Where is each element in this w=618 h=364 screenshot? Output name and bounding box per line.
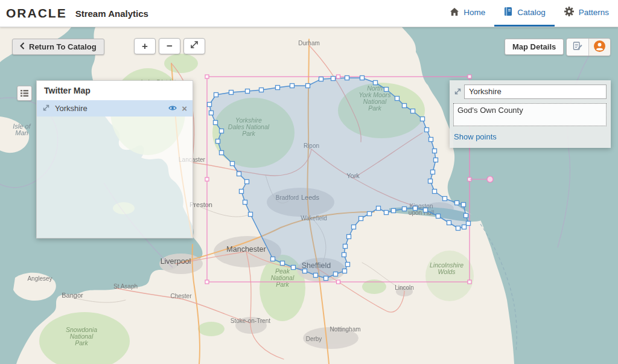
zoom-controls: + −: [134, 38, 205, 54]
polygon-vertex-handle[interactable]: [220, 151, 224, 155]
polygon-vertex-handle[interactable]: [214, 121, 218, 125]
polygon-vertex-handle[interactable]: [281, 261, 285, 266]
polygon-vertex-handle[interactable]: [334, 272, 338, 276]
polygon-vertex-handle[interactable]: [243, 200, 247, 205]
polygon-vertex-handle[interactable]: [359, 217, 363, 221]
polygon-vertex-handle[interactable]: [346, 263, 350, 267]
polygon-vertex-handle[interactable]: [431, 170, 435, 174]
zoom-in-button[interactable]: +: [134, 38, 156, 54]
polygon-vertex-handle[interactable]: [249, 212, 253, 217]
polygon-vertex-handle[interactable]: [352, 225, 356, 229]
polygon-vertex-handle[interactable]: [306, 84, 310, 88]
polygon-vertex-handle[interactable]: [271, 257, 275, 261]
polygon-vertex-handle[interactable]: [237, 172, 241, 176]
polygon-vertex-handle[interactable]: [433, 149, 437, 153]
polygon-vertex-handle[interactable]: [428, 179, 433, 184]
remove-layer-icon[interactable]: ×: [182, 104, 187, 113]
polygon-vertex-handle[interactable]: [447, 221, 451, 225]
polygon-vertex-handle[interactable]: [413, 206, 418, 211]
polygon-vertex-handle[interactable]: [331, 77, 336, 81]
selection-handle[interactable]: [205, 177, 209, 181]
polygon-vertex-handle[interactable]: [231, 162, 235, 166]
selection-handle[interactable]: [337, 280, 340, 284]
shape-description-input[interactable]: God's Own County: [453, 103, 607, 126]
return-to-catalog-button[interactable]: Return To Catalog: [12, 39, 104, 55]
polygon-vertex-handle[interactable]: [403, 207, 407, 211]
polygon-vertex-handle[interactable]: [455, 201, 459, 205]
polygon-vertex-handle[interactable]: [374, 81, 378, 85]
polygon-vertex-handle[interactable]: [303, 269, 307, 273]
visibility-eye-icon[interactable]: [168, 104, 177, 113]
polygon-vertex-handle[interactable]: [246, 89, 250, 94]
polygon-vertex-handle[interactable]: [403, 104, 407, 108]
polygon-vertex-handle[interactable]: [433, 190, 437, 194]
polygon-vertex-handle[interactable]: [434, 158, 438, 162]
polygon-vertex-handle[interactable]: [214, 93, 218, 97]
polygon-vertex-handle[interactable]: [260, 88, 264, 92]
polygon-vertex-handle[interactable]: [342, 253, 346, 257]
list-icon: [21, 88, 28, 99]
user-avatar-button[interactable]: [588, 39, 610, 56]
show-points-link[interactable]: Show points: [454, 132, 497, 141]
nav-patterns[interactable]: Patterns: [555, 0, 618, 27]
polygon-vertex-handle[interactable]: [395, 97, 400, 101]
polygon-vertex-handle[interactable]: [208, 103, 212, 107]
polygon-vertex-handle[interactable]: [384, 88, 389, 92]
polygon-vertex-handle[interactable]: [424, 208, 428, 212]
layer-row-yorkshire[interactable]: Yorkshire ×: [37, 100, 193, 117]
polygon-vertex-handle[interactable]: [314, 273, 318, 278]
polygon-vertex-handle[interactable]: [392, 209, 396, 213]
app-title: Stream Analytics: [75, 8, 148, 19]
polygon-vertex-handle[interactable]: [456, 226, 460, 231]
polygon-vertex-handle[interactable]: [384, 211, 389, 215]
polygon-vertex-handle[interactable]: [377, 206, 381, 211]
nav-home[interactable]: Home: [441, 0, 494, 27]
polygon-vertex-handle[interactable]: [220, 129, 224, 133]
edit-form-button[interactable]: [567, 39, 588, 56]
polygon-vertex-handle[interactable]: [464, 214, 468, 218]
polygon-vertex-handle[interactable]: [467, 222, 471, 226]
polygon-vertex-handle[interactable]: [209, 111, 214, 115]
polygon-vertex-handle[interactable]: [360, 76, 365, 80]
polygon-vertex-handle[interactable]: [290, 84, 295, 88]
polygon-vertex-handle[interactable]: [240, 190, 244, 194]
map-label: Anglesey: [27, 275, 52, 282]
polygon-vertex-handle[interactable]: [345, 76, 349, 80]
zoom-out-button[interactable]: −: [159, 38, 180, 54]
polygon-vertex-handle[interactable]: [343, 269, 347, 273]
polygon-vertex-handle[interactable]: [411, 109, 415, 113]
polygon-vertex-handle[interactable]: [443, 197, 447, 201]
polygon-vertex-handle[interactable]: [368, 212, 372, 216]
polygon-vertex-handle[interactable]: [245, 180, 249, 184]
polygon-vertex-handle[interactable]: [429, 138, 433, 142]
nav-home-label: Home: [464, 8, 485, 17]
shape-name-input[interactable]: Yorkshire: [464, 85, 607, 99]
polygon-vertex-handle[interactable]: [319, 77, 323, 81]
map-area: DurhamNorthYork MoorsNationalParkYorkshi…: [0, 27, 618, 364]
map-label: Bangor: [62, 292, 83, 299]
polygon-vertex-handle[interactable]: [425, 128, 429, 132]
polygon-vertex-handle[interactable]: [291, 266, 296, 270]
polygon-vertex-handle[interactable]: [462, 203, 466, 207]
nav-catalog[interactable]: Catalog: [494, 0, 555, 27]
polygon-vertex-handle[interactable]: [216, 139, 220, 144]
layers-panel-toggle-button[interactable]: [17, 86, 32, 101]
map-label: Chester: [170, 293, 192, 299]
selection-handle[interactable]: [205, 75, 209, 78]
polygon-vertex-handle[interactable]: [462, 225, 467, 229]
diagonal-arrow-icon: [190, 40, 199, 53]
polygon-vertex-handle[interactable]: [229, 91, 234, 95]
map-details-button[interactable]: Map Details: [505, 39, 564, 55]
polygon-vertex-handle[interactable]: [343, 244, 348, 249]
polygon-vertex-handle[interactable]: [324, 276, 328, 281]
rotate-handle[interactable]: [487, 176, 493, 182]
pan-select-button[interactable]: [183, 38, 205, 54]
selection-handle[interactable]: [468, 280, 471, 284]
selection-handle[interactable]: [205, 280, 209, 284]
selection-handle[interactable]: [337, 75, 340, 78]
polygon-vertex-handle[interactable]: [421, 117, 425, 121]
selection-handle[interactable]: [468, 75, 471, 78]
polygon-vertex-handle[interactable]: [347, 235, 351, 239]
polygon-vertex-handle[interactable]: [276, 86, 280, 90]
polygon-vertex-handle[interactable]: [436, 214, 441, 219]
